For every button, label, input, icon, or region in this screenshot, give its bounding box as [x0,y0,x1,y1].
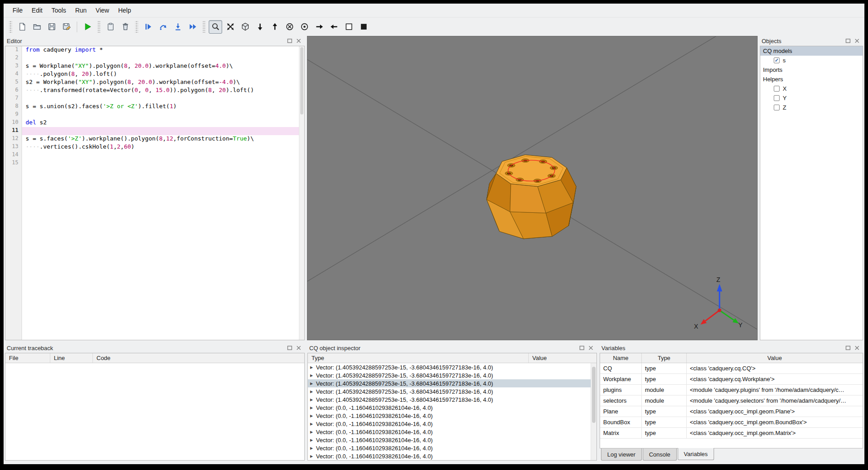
column-header-type[interactable]: Type [308,353,529,363]
code-line[interactable]: ····.transformed(rotate=Vector(0, 0, 15.… [22,87,299,95]
column-header-name[interactable]: Name [600,353,642,363]
scrollbar-thumb[interactable] [300,47,303,114]
expand-arrow-icon[interactable]: ▶ [310,406,316,410]
menu-view[interactable]: View [91,5,114,16]
close-icon[interactable] [295,345,302,351]
inspector-scrollbar[interactable] [591,363,596,460]
float-icon[interactable] [578,345,586,351]
code-line[interactable]: ····.polygon(8, 20).loft() [22,70,299,79]
expand-arrow-icon[interactable]: ▶ [310,398,316,402]
code-line[interactable]: s = s.faces('>Z').workplane().polygon(8,… [22,135,299,143]
expand-arrow-icon[interactable]: ▶ [310,446,316,450]
tab-console[interactable]: Console [643,448,677,461]
tree-item-z[interactable]: Z [760,103,863,112]
column-header-value[interactable]: Value [529,353,596,363]
view-right-button[interactable] [312,20,326,34]
code-line[interactable]: ····.vertices().cskHole(1,2,60) [22,143,299,151]
continue-button[interactable] [186,20,199,34]
column-header-value[interactable]: Value [687,353,863,363]
expand-arrow-icon[interactable]: ▶ [310,414,316,418]
tree-item-imports[interactable]: Imports [760,65,863,75]
view-up-button[interactable] [268,20,281,34]
checkbox[interactable] [774,86,780,92]
cad-model[interactable] [487,155,576,239]
code-line[interactable] [22,151,299,159]
expand-arrow-icon[interactable]: ▶ [310,430,316,434]
render-button[interactable] [81,20,94,34]
code-line[interactable] [22,111,299,119]
code-line[interactable]: s = s.union(s2).faces('>Z or <Z').fillet… [22,103,299,111]
toolbar-drag-handle[interactable] [135,21,138,33]
tree-item-s[interactable]: s [760,56,863,65]
close-icon[interactable] [295,38,302,44]
inspector-row[interactable]: ▶Vector: (0.0, -1.1604610293826104e-16, … [308,436,596,444]
code-line[interactable]: s2 = Workplane("XY").polygon(8, 20.0).wo… [22,79,299,87]
delete-button[interactable] [118,20,132,34]
float-icon[interactable] [844,345,852,351]
float-icon[interactable] [844,38,852,44]
menu-edit[interactable]: Edit [27,5,47,16]
view-front-button[interactable] [283,20,296,34]
expand-arrow-icon[interactable]: ▶ [310,390,316,394]
checkbox[interactable] [774,57,780,63]
toolbar-drag-handle[interactable] [202,21,206,33]
toolbar-drag-handle[interactable] [9,21,12,33]
checkbox[interactable] [774,95,780,101]
step-button[interactable] [156,20,170,34]
code-line[interactable]: s = Workplane("XY").polygon(8, 20.0).wor… [22,62,299,70]
close-icon[interactable] [587,345,595,351]
close-icon[interactable] [853,345,861,351]
zoom-fit-button[interactable] [209,20,222,34]
inspector-row[interactable]: ▶Vector: (0.0, -1.1604610293826104e-16, … [308,420,596,428]
code-area[interactable]: from cadquery import *s = Workplane("XY"… [22,46,299,340]
step-into-button[interactable] [171,20,184,34]
tree-item-cq-models[interactable]: CQ models [760,46,863,56]
column-header-type[interactable]: Type [642,353,687,363]
wireframe-button[interactable] [342,20,355,34]
inspector-row[interactable]: ▶Vector: (1.4053924288597253e-15, -3.680… [308,387,596,395]
variable-row[interactable]: selectorsmodule<module 'cadquery.selecto… [600,395,863,406]
tree-item-y[interactable]: Y [760,93,863,103]
inspector-row[interactable]: ▶Vector: (0.0, -1.1604610293826104e-16, … [308,404,596,412]
close-icon[interactable] [853,38,861,44]
editor-scrollbar[interactable] [299,46,304,340]
expand-arrow-icon[interactable]: ▶ [310,365,316,369]
float-icon[interactable] [286,38,294,44]
tab-log-viewer[interactable]: Log viewer [601,448,642,461]
inspector-row[interactable]: ▶Vector: (0.0, -1.1604610293826104e-16, … [308,444,596,452]
tree-item-x[interactable]: X [760,84,863,93]
variable-row[interactable]: Workplanetype<class 'cadquery.cq.Workpla… [600,374,863,385]
view-back-button[interactable] [298,20,311,34]
tab-variables[interactable]: Variables [678,448,714,460]
menu-help[interactable]: Help [114,5,136,16]
inspector-row[interactable]: ▶Vector: (0.0, -1.1604610293826104e-16, … [308,428,596,436]
float-icon[interactable] [286,345,294,351]
code-line[interactable]: from cadquery import * [22,46,299,54]
code-line[interactable]: del s2 [22,119,299,127]
code-line[interactable] [22,95,299,103]
expand-arrow-icon[interactable]: ▶ [310,422,316,426]
code-line[interactable] [22,54,299,62]
save-as-button[interactable] [60,20,73,34]
variable-row[interactable]: Planetype<class 'cadquery.occ_impl.geom.… [600,406,863,417]
variable-row[interactable]: Matrixtype<class 'cadquery.occ_impl.geom… [600,428,863,439]
debug-button[interactable] [141,20,155,34]
column-header-file[interactable]: File [5,353,50,363]
column-header-code[interactable]: Code [93,353,304,363]
iso-view-button[interactable] [238,20,252,34]
menu-run[interactable]: Run [70,5,91,16]
view-left-button[interactable] [327,20,341,34]
code-editor[interactable]: 123456789101112131415 from cadquery impo… [5,46,305,340]
paste-button[interactable] [104,20,117,34]
toolbar-drag-handle[interactable] [97,21,101,33]
view-down-button[interactable] [253,20,267,34]
viewport-3d[interactable]: Z X Y [307,36,758,340]
inspector-row[interactable]: ▶Vector: (1.4053924288597253e-15, -3.680… [308,379,596,387]
scrollbar-thumb[interactable] [592,367,596,423]
code-line[interactable] [22,159,299,167]
save-button[interactable] [45,20,58,34]
inspector-row[interactable]: ▶Vector: (0.0, -1.1604610293826104e-16, … [308,452,596,460]
open-file-button[interactable] [30,20,44,34]
expand-arrow-icon[interactable]: ▶ [310,373,316,378]
inspector-row[interactable]: ▶Vector: (1.4053924288597253e-15, -3.680… [308,371,596,379]
